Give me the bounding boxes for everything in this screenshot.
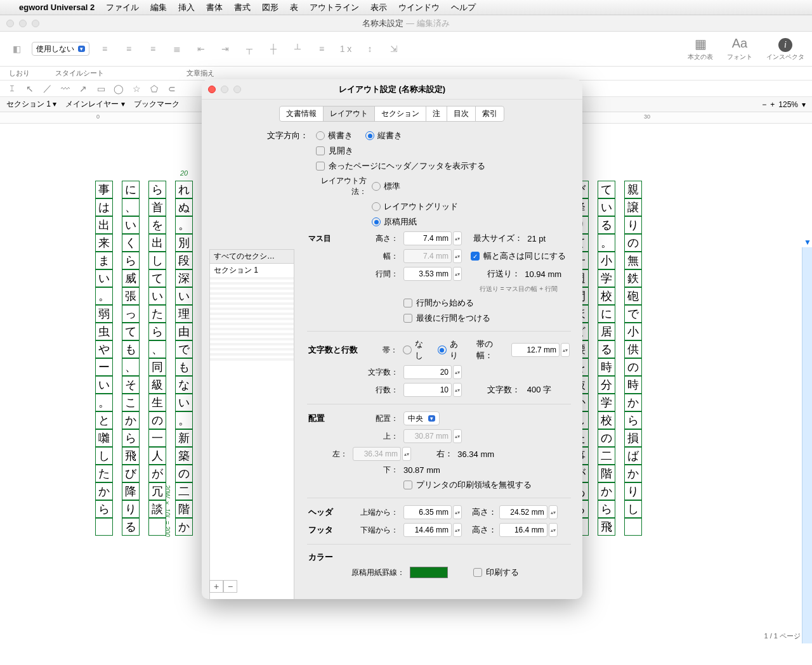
menu-table[interactable]: 表 bbox=[290, 2, 298, 13]
lines-icon[interactable]: ≡ bbox=[313, 40, 331, 58]
tab-note[interactable]: 注 bbox=[426, 106, 447, 122]
char-count-input[interactable] bbox=[403, 365, 452, 379]
tab-toc[interactable]: 目次 bbox=[447, 106, 476, 122]
text-tool-icon[interactable]: 𝙸 bbox=[6, 83, 18, 94]
zoom-icon[interactable] bbox=[32, 20, 39, 27]
line-spacing-stepper[interactable]: ▴▾ bbox=[453, 267, 462, 281]
checkbox-same-wh[interactable]: ✓ bbox=[471, 252, 480, 261]
dialog-min-icon[interactable] bbox=[221, 86, 228, 93]
menu-help[interactable]: ヘルプ bbox=[451, 2, 476, 13]
radio-layoutgrid[interactable] bbox=[372, 202, 381, 211]
indent-dec-icon[interactable]: ⇤ bbox=[192, 40, 210, 58]
checkbox-end-line[interactable] bbox=[403, 314, 412, 323]
menu-view[interactable]: 表示 bbox=[370, 2, 387, 13]
menu-format[interactable]: 書式 bbox=[234, 2, 251, 13]
align-right-icon[interactable]: ≡ bbox=[144, 40, 162, 58]
footer-from-input[interactable] bbox=[403, 523, 452, 537]
table-button[interactable]: ▦本文の表 bbox=[688, 36, 713, 61]
checkbox-spread[interactable] bbox=[316, 146, 325, 155]
align-justify-icon[interactable]: ≣ bbox=[168, 40, 186, 58]
add-section-button[interactable]: + bbox=[209, 580, 223, 593]
tab-layout[interactable]: レイアウト bbox=[323, 106, 375, 122]
sidebar-toggle-icon[interactable]: ◧ bbox=[8, 40, 25, 58]
header-from-input[interactable] bbox=[403, 505, 452, 519]
radio-standard[interactable] bbox=[372, 182, 381, 191]
pointer-icon[interactable]: ↖ bbox=[24, 84, 36, 94]
line-count-stepper[interactable]: ▴▾ bbox=[453, 383, 462, 397]
radio-horizontal[interactable] bbox=[316, 131, 325, 140]
char-count-stepper[interactable]: ▴▾ bbox=[453, 365, 462, 379]
checkbox-print-grid[interactable] bbox=[473, 568, 482, 577]
radio-obi-yes[interactable] bbox=[438, 345, 447, 354]
callout-icon[interactable]: ⊂ bbox=[166, 84, 178, 94]
inspector-button[interactable]: iインスペクタ bbox=[766, 36, 804, 61]
header-from-stepper[interactable]: ▴▾ bbox=[453, 505, 462, 519]
obi-width-stepper[interactable]: ▴▾ bbox=[561, 343, 570, 357]
font-button[interactable]: Aaフォント bbox=[727, 36, 752, 61]
tab-section[interactable]: セクション bbox=[374, 106, 426, 122]
valign-bot-icon[interactable]: ┴ bbox=[289, 40, 306, 58]
checkbox-start-line[interactable] bbox=[403, 299, 412, 307]
indent-inc-icon[interactable]: ⇥ bbox=[216, 40, 234, 58]
star-icon[interactable]: ☆ bbox=[131, 84, 142, 94]
radio-vertical[interactable] bbox=[365, 131, 374, 140]
margin-top-label: 上： bbox=[359, 431, 403, 442]
dialog-close-icon[interactable] bbox=[208, 86, 216, 93]
menu-outline[interactable]: アウトライン bbox=[310, 2, 359, 13]
line-count-input[interactable] bbox=[403, 383, 452, 397]
zoom-value[interactable]: 125% bbox=[778, 100, 798, 109]
header-height-stepper[interactable]: ▴▾ bbox=[549, 505, 558, 519]
radio-obi-none[interactable] bbox=[403, 345, 412, 354]
menu-shape[interactable]: 図形 bbox=[262, 2, 278, 13]
obi-width-input[interactable] bbox=[511, 343, 560, 357]
menu-window[interactable]: ウインドウ bbox=[398, 2, 440, 13]
zoom-chevron-icon[interactable]: ▾ bbox=[802, 100, 806, 109]
layer-select[interactable]: メインレイヤー ▾ bbox=[65, 99, 124, 110]
dialog-tabs: 文書情報 レイアウト セクション 注 目次 索引 bbox=[202, 100, 582, 128]
checkbox-ignore-printer[interactable] bbox=[403, 481, 412, 489]
rect-icon[interactable]: ▭ bbox=[95, 84, 107, 94]
checkbox-extra-hf[interactable] bbox=[316, 162, 325, 171]
menu-font[interactable]: 書体 bbox=[206, 2, 223, 13]
style-select[interactable]: 使用しない▾ bbox=[32, 42, 89, 56]
menu-file[interactable]: ファイル bbox=[106, 2, 139, 13]
oval-icon[interactable]: ◯ bbox=[113, 84, 124, 94]
footer-height-stepper[interactable]: ▴▾ bbox=[549, 523, 558, 537]
zoom-in-icon[interactable]: + bbox=[770, 100, 775, 109]
close-icon[interactable] bbox=[6, 20, 14, 27]
tab-docinfo[interactable]: 文書情報 bbox=[279, 106, 324, 122]
valign-mid-icon[interactable]: ┼ bbox=[265, 40, 282, 58]
minimize-icon[interactable] bbox=[19, 20, 27, 27]
align-left-icon[interactable]: ≡ bbox=[96, 40, 114, 58]
polygon-icon[interactable]: ⬠ bbox=[148, 84, 160, 94]
line-icon[interactable]: ／ bbox=[42, 83, 53, 94]
dialog-zoom-icon[interactable] bbox=[233, 86, 241, 93]
app-menu[interactable]: egword Universal 2 bbox=[19, 3, 95, 12]
header-height-input[interactable] bbox=[499, 505, 547, 519]
zoom-out-icon[interactable]: − bbox=[762, 100, 766, 109]
footer-height-input[interactable] bbox=[499, 523, 547, 537]
radio-manuscript[interactable] bbox=[372, 217, 381, 226]
menu-edit[interactable]: 編集 bbox=[150, 2, 167, 13]
section-select[interactable]: セクション 1 ▾ bbox=[6, 99, 56, 110]
line-spacing-input[interactable] bbox=[403, 267, 452, 281]
arrow-icon[interactable]: ↗ bbox=[77, 84, 89, 94]
doc-name: 名称未設定 bbox=[362, 18, 403, 28]
spacing-dec-icon[interactable]: ⇲ bbox=[385, 40, 403, 58]
valign-top-icon[interactable]: ┬ bbox=[240, 40, 258, 58]
menu-insert[interactable]: 挿入 bbox=[178, 2, 195, 13]
polyline-icon[interactable]: 〰 bbox=[60, 84, 71, 94]
doc-status: — 編集済み bbox=[406, 18, 450, 28]
grid-color-swatch[interactable] bbox=[410, 567, 448, 578]
grid-height-stepper[interactable]: ▴▾ bbox=[453, 231, 462, 245]
footer-from-stepper[interactable]: ▴▾ bbox=[453, 523, 462, 537]
remove-section-button[interactable]: − bbox=[223, 580, 237, 593]
tab-index[interactable]: 索引 bbox=[475, 106, 504, 122]
grid-height-input[interactable] bbox=[403, 231, 452, 245]
bookmark-select[interactable]: ブックマーク bbox=[134, 99, 180, 110]
sections-list[interactable]: すべてのセクシ… セクション 1 bbox=[209, 249, 294, 599]
sections-list-item[interactable]: セクション 1 bbox=[210, 264, 294, 277]
placement-select[interactable]: 中央▾ bbox=[403, 411, 440, 425]
align-center-icon[interactable]: ≡ bbox=[120, 40, 138, 58]
spacing-inc-icon[interactable]: ↕ bbox=[361, 40, 379, 58]
